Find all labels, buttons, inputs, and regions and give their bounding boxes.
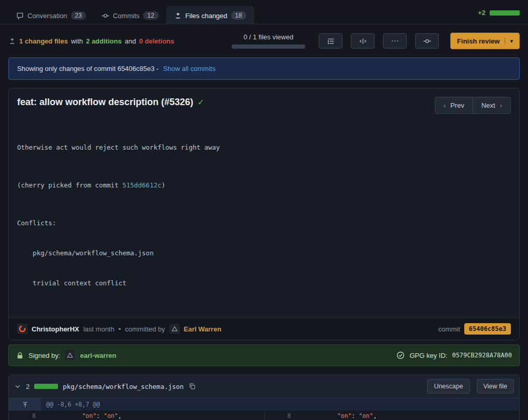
- changed-files-link[interactable]: 1 changed files: [19, 37, 68, 45]
- file-additions-count: 2: [26, 383, 30, 390]
- committer-link[interactable]: Earl Warren: [184, 325, 222, 333]
- commit-icon: [102, 12, 109, 20]
- file-diff-box: 2 pkg/schema/workflow_schema.json Unesca…: [8, 374, 520, 420]
- tab-label: Files changed: [185, 12, 227, 20]
- commit-title-text: feat: allow workflow description (#5326): [17, 97, 193, 108]
- copy-path-icon[interactable]: [189, 383, 196, 390]
- diff-line-number[interactable]: 8: [9, 411, 41, 420]
- tab-commits[interactable]: Commits 12: [94, 6, 166, 24]
- tab-label: Conversation: [27, 12, 67, 20]
- commit-detail-box: feat: allow workflow description (#5326)…: [8, 88, 520, 340]
- chevron-right-icon: ›: [500, 102, 502, 109]
- tab-count: 23: [71, 11, 86, 20]
- file-tree-icon: [327, 37, 335, 45]
- signer-link[interactable]: earl-warren: [80, 352, 116, 359]
- summary-text: and: [125, 37, 136, 45]
- finish-review-button[interactable]: Finish review ▾: [450, 33, 520, 49]
- diff-summary-bar: 1 changed files with 2 additions and 0 d…: [0, 24, 528, 56]
- banner-text: Showing only changes of commit 65406c85e…: [17, 65, 159, 73]
- commit-icon: [423, 37, 431, 45]
- file-name[interactable]: pkg/schema/workflow_schema.json: [63, 383, 183, 390]
- file-tree-toggle-button[interactable]: [319, 33, 343, 49]
- cherry-pick-commit-link[interactable]: 515dd6612c: [122, 181, 161, 189]
- changed-files-summary: 1 changed files with 2 additions and 0 d…: [8, 37, 174, 45]
- author-link[interactable]: ChristopherHX: [32, 325, 79, 333]
- diff-options-button[interactable]: ⋯: [383, 33, 407, 49]
- conversation-icon: [16, 12, 24, 20]
- commit-select-button[interactable]: [415, 33, 439, 49]
- diff-line-number[interactable]: 8: [264, 411, 296, 420]
- file-diff-header: 2 pkg/schema/workflow_schema.json Unesca…: [9, 375, 519, 398]
- unescape-button[interactable]: Unescape: [427, 379, 469, 394]
- tab-count: 12: [143, 11, 158, 20]
- commit-label: commit: [438, 325, 460, 333]
- chevron-down-icon: ▾: [505, 38, 513, 45]
- signature-bar: Signed by: earl-warren GPG key ID: 0579C…: [8, 344, 520, 366]
- commit-nav: ‹ Prev Next ›: [435, 97, 511, 114]
- lock-icon: [16, 352, 24, 359]
- commit-hash-badge[interactable]: 65406c85e3: [464, 323, 511, 335]
- gpg-key-value: 0579CB2928A78A00: [452, 352, 512, 359]
- diff-icon: [174, 12, 182, 20]
- split-diff: @@ -8,6 +8,7 @@ 8 "on": "on",8 "on": "on…: [9, 398, 519, 420]
- author-avatar[interactable]: [17, 324, 27, 334]
- tab-count: 18: [231, 11, 246, 20]
- diff-code-line: "on": "on",: [296, 411, 520, 420]
- unfold-up-icon: [22, 401, 28, 408]
- expand-hunk-button[interactable]: [9, 398, 41, 411]
- signer-avatar[interactable]: [65, 350, 75, 360]
- tab-conversation[interactable]: Conversation 23: [8, 6, 94, 24]
- files-viewed-bar: [232, 45, 305, 49]
- gpg-key-label: GPG key ID:: [409, 352, 447, 359]
- diff-icon: [8, 37, 16, 45]
- signed-by-label: Signed by:: [28, 352, 60, 359]
- tab-files-changed[interactable]: Files changed 18: [166, 6, 254, 24]
- files-viewed-progress: 0 / 1 files viewed: [232, 33, 305, 49]
- finish-review-label: Finish review: [457, 37, 500, 45]
- committer-avatar[interactable]: [169, 324, 180, 334]
- show-all-commits-link[interactable]: Show all commits: [163, 65, 216, 73]
- deletions-link[interactable]: 0 deletions: [139, 37, 174, 45]
- chevron-left-icon: ‹: [444, 102, 446, 109]
- status-check-icon: ✓: [197, 97, 204, 107]
- ellipsis-icon: ⋯: [391, 36, 399, 46]
- split-view-icon: [359, 37, 367, 45]
- verified-icon: [396, 351, 405, 359]
- global-diff-stat: +2: [478, 9, 486, 24]
- commit-time: last month: [83, 325, 115, 333]
- files-viewed-label: 0 / 1 files viewed: [244, 33, 293, 41]
- prev-commit-button[interactable]: ‹ Prev: [435, 97, 473, 113]
- file-diffstat-bar: [34, 384, 58, 389]
- diff-view-toggle-button[interactable]: [351, 33, 375, 49]
- commit-message-body: Otherwise act would reject such workflow…: [9, 117, 519, 317]
- commit-filter-banner: Showing only changes of commit 65406c85e…: [8, 57, 520, 80]
- view-file-button[interactable]: View file: [477, 379, 514, 394]
- diff-code-line: "on": "on",: [41, 411, 264, 420]
- collapse-file-chevron-icon[interactable]: [14, 383, 21, 390]
- hunk-header: @@ -8,6 +8,7 @@: [41, 398, 519, 411]
- commit-author-row: ChristopherHX last month • committed by …: [9, 317, 519, 340]
- commit-title: feat: allow workflow description (#5326)…: [17, 97, 204, 108]
- additions-link[interactable]: 2 additions: [86, 37, 122, 45]
- diffstat-bar: [490, 10, 520, 16]
- tab-label: Commits: [113, 12, 139, 20]
- summary-text: with: [71, 37, 83, 45]
- pr-tabbar: Conversation 23 Commits 12 Files changed…: [0, 0, 528, 24]
- next-commit-button[interactable]: Next ›: [473, 97, 510, 113]
